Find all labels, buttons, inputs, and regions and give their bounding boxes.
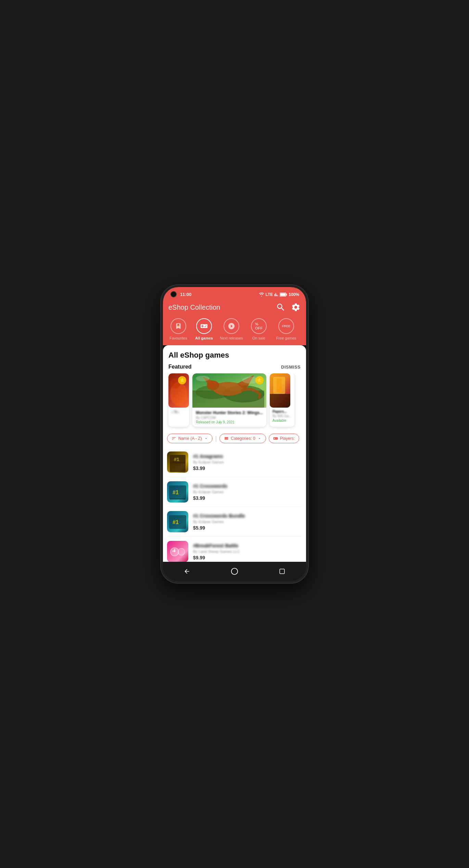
game-thumbnail-2: #1	[167, 481, 188, 503]
status-lte: LTE	[266, 292, 273, 297]
tab-next-releases-label: Next releases	[220, 336, 243, 340]
svg-text:#1: #1	[174, 457, 179, 462]
recent-apps-button[interactable]	[276, 565, 288, 578]
tab-favourites-label: Favourites	[169, 336, 187, 340]
svg-text:#1: #1	[173, 519, 179, 525]
svg-rect-15	[277, 379, 282, 392]
game-publisher-1: By Eclipse Games	[193, 460, 302, 464]
featured-card-right-publisher: By 505 Ga...	[272, 414, 292, 418]
recent-apps-icon	[279, 568, 285, 574]
featured-card-monster-hunter-star: ⭐	[255, 376, 264, 384]
svg-rect-16	[270, 394, 290, 408]
app-header: eShop Collection	[163, 300, 306, 316]
game-price-2: $3.99	[193, 495, 302, 501]
phone-frame: 11:00 LTE 100%	[161, 285, 308, 583]
svg-rect-28	[174, 549, 175, 552]
sort-filter-button[interactable]: Name (A - Z)	[167, 434, 213, 443]
categories-filter-label: Categories: 0	[231, 436, 255, 441]
featured-card-left-title: ...'s...	[171, 410, 186, 413]
game-item-2[interactable]: #1 #1 Crosswords By Eclipse Games $3.99	[167, 477, 302, 507]
game-name-3: #1 Crosswords Bundle	[193, 513, 302, 519]
players-filter-button[interactable]: Players:	[269, 434, 299, 443]
game-publisher-2: By Eclipse Games	[193, 490, 302, 494]
game-publisher-4: By Land Sheep Games LLC	[193, 549, 302, 554]
tab-free-games-icon: FREE	[278, 318, 294, 334]
featured-card-monster-hunter-release: Released on July 9, 2021	[196, 420, 263, 424]
game-name-2: #1 Crosswords	[193, 483, 302, 489]
categories-icon	[224, 436, 229, 441]
home-button[interactable]	[228, 565, 241, 578]
filter-row: Name (A - Z) | Categories: 0	[163, 432, 306, 447]
featured-card-monster-hunter-info: Monster Hunter Stories 2: Wings... By CA…	[192, 408, 266, 427]
section-title: All eShop games	[163, 345, 306, 362]
settings-icon[interactable]	[291, 302, 301, 312]
game-thumbnail-4	[167, 541, 188, 562]
featured-card-right-release: Available	[272, 419, 292, 422]
game-info-1: #1 Anagrams By Eclipse Games $3.99	[193, 454, 302, 471]
status-right: LTE 100%	[259, 292, 299, 297]
featured-card-monster-hunter-publisher: By CAPCOM	[196, 416, 263, 420]
app-title: eShop Collection	[168, 303, 220, 311]
featured-card-right-title: Papers...	[272, 410, 292, 413]
svg-rect-30	[280, 569, 285, 574]
game-4-art	[167, 541, 188, 562]
game-2-art: #1	[167, 481, 188, 503]
featured-card-right-partial[interactable]: Papers... By 505 Ga... Available	[270, 373, 294, 427]
tab-free-games-label: Free games	[276, 336, 296, 340]
filter-divider: |	[215, 435, 217, 442]
tab-favourites-icon	[170, 318, 186, 334]
featured-label: Featured	[168, 364, 192, 370]
tab-next-releases[interactable]: Next releases	[218, 318, 245, 340]
signal-icon	[274, 293, 278, 297]
header-icons	[276, 302, 301, 312]
status-time: 11:00	[180, 292, 191, 297]
game-info-3: #1 Crosswords Bundle By Eclipse Games $5…	[193, 513, 302, 531]
players-filter-label: Players:	[280, 436, 295, 441]
game-thumbnail-1: #1	[167, 451, 188, 473]
svg-rect-22	[170, 498, 186, 500]
game-item-4[interactable]: #BreakForest Battle By Land Sheep Games …	[167, 537, 302, 562]
phone-screen: 11:00 LTE 100%	[163, 287, 306, 581]
tab-all-games-icon	[196, 318, 212, 334]
featured-card-left-star: ⭐	[178, 376, 186, 384]
dismiss-button[interactable]: DISMISS	[281, 364, 301, 370]
game-3-art: #1	[167, 511, 188, 532]
tab-all-games[interactable]: All games	[190, 318, 218, 340]
game-item-3[interactable]: #1 #1 Crosswords Bundle By Eclipse Games…	[167, 507, 302, 537]
status-battery: 100%	[289, 292, 299, 297]
game-name-1: #1 Anagrams	[193, 454, 302, 459]
categories-chevron-icon	[257, 436, 262, 441]
svg-point-29	[231, 568, 238, 574]
tab-on-sale[interactable]: %OFF On sale	[245, 318, 272, 340]
status-bar: 11:00 LTE 100%	[163, 287, 306, 300]
wifi-icon	[259, 293, 264, 297]
game-thumbnail-3: #1	[167, 511, 188, 532]
svg-rect-2	[286, 294, 287, 295]
battery-icon	[280, 293, 287, 297]
sort-icon	[172, 436, 176, 441]
tab-next-releases-icon	[224, 318, 239, 334]
featured-scroll: ⭐ ...'s...	[163, 373, 306, 432]
tab-all-games-label: All games	[195, 336, 213, 340]
game-publisher-3: By Eclipse Games	[193, 520, 302, 524]
featured-card-left-partial[interactable]: ⭐ ...'s...	[168, 373, 189, 427]
back-icon	[183, 568, 190, 575]
game-1-art: #1	[167, 451, 188, 473]
game-item-1[interactable]: #1 #1 Anagrams By Eclipse Games $3.99	[167, 447, 302, 477]
side-button	[307, 356, 308, 373]
featured-card-monster-hunter[interactable]: ⭐ Monster Hunter Stories 2: Wings... By …	[192, 373, 266, 427]
home-circle-icon	[231, 568, 238, 575]
tab-favourites[interactable]: Favourites	[163, 318, 190, 340]
featured-header: Featured DISMISS	[163, 362, 306, 373]
categories-filter-button[interactable]: Categories: 0	[219, 434, 266, 443]
search-icon[interactable]	[276, 302, 286, 312]
back-button[interactable]	[181, 565, 193, 578]
tab-free-games[interactable]: FREE Free games	[272, 318, 300, 340]
svg-point-26	[178, 548, 185, 555]
featured-card-monster-hunter-title: Monster Hunter Stories 2: Wings...	[196, 410, 263, 415]
sort-filter-label: Name (A - Z)	[178, 436, 202, 441]
game-price-1: $3.99	[193, 466, 302, 471]
sort-chevron-icon	[204, 436, 208, 441]
game-price-3: $5.99	[193, 525, 302, 531]
camera-hole	[170, 291, 177, 297]
